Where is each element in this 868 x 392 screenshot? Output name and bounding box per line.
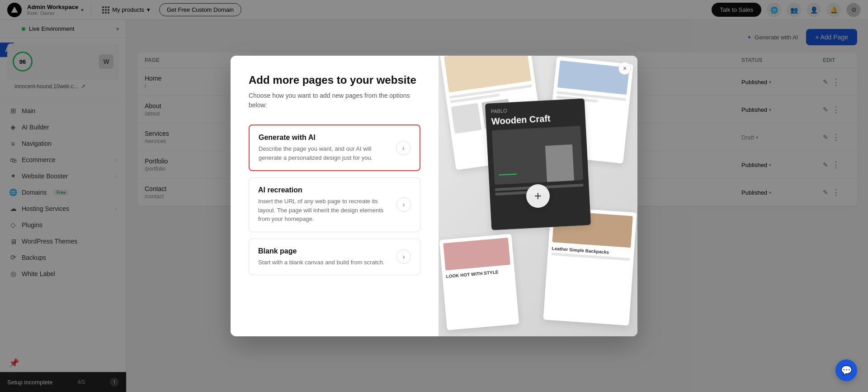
- option-blank-page-arrow: ›: [396, 249, 411, 264]
- option-ai-recreation-title: AI recreation: [258, 186, 391, 194]
- option-generate-ai-arrow: ›: [396, 141, 410, 155]
- option-blank-page-desc: Start with a blank canvas and build from…: [258, 258, 391, 267]
- option-generate-ai-desc: Describe the page you want, and our AI w…: [259, 144, 391, 162]
- modal-preview-image: PABLO Wooden Craft: [439, 56, 637, 336]
- option-generate-ai-title: Generate with AI: [259, 134, 391, 142]
- modal-overlay[interactable]: Add more pages to your website Choose ho…: [0, 0, 868, 392]
- chat-icon: 💬: [841, 365, 852, 376]
- mock-card-left-bottom: LOOK HOT WITH STYLE: [439, 234, 519, 330]
- option-blank-page-title: Blank page: [258, 247, 391, 255]
- modal-title: Add more pages to your website: [249, 74, 420, 86]
- add-pages-modal: Add more pages to your website Choose ho…: [231, 56, 637, 336]
- modal-option-blank-page[interactable]: Blank page Start with a blank canvas and…: [249, 239, 420, 276]
- modal-right-panel: ×: [439, 56, 637, 336]
- mock-card-center: PABLO Wooden Craft: [485, 98, 591, 230]
- modal-subtitle: Choose how you want to add new pages fro…: [249, 91, 420, 110]
- modal-left-panel: Add more pages to your website Choose ho…: [231, 56, 439, 336]
- modal-option-generate-ai[interactable]: Generate with AI Describe the page you w…: [249, 124, 420, 171]
- modal-option-ai-recreation[interactable]: AI recreation Insert the URL of any web …: [249, 177, 420, 232]
- option-ai-recreation-arrow: ›: [396, 197, 411, 212]
- modal-close-button[interactable]: ×: [618, 62, 631, 75]
- chat-button[interactable]: 💬: [835, 359, 857, 381]
- option-ai-recreation-desc: Insert the URL of any web page to recrea…: [258, 197, 391, 224]
- plus-icon: +: [526, 184, 550, 208]
